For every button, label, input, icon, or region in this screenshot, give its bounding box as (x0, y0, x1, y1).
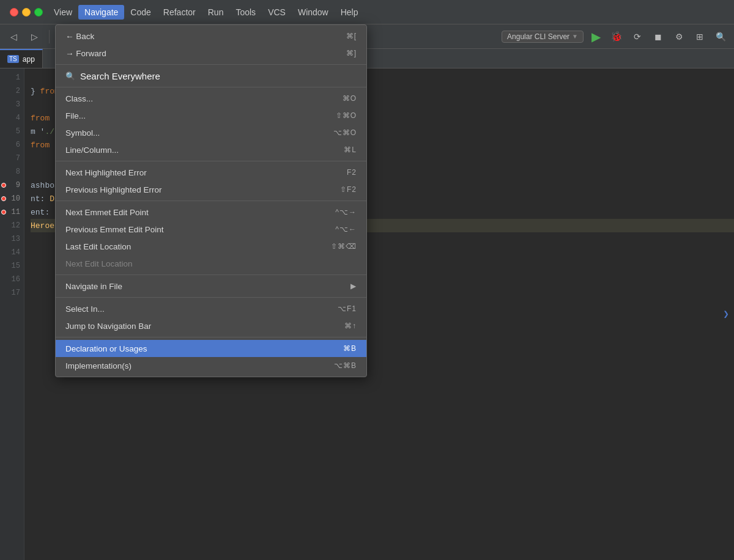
menu-item-window[interactable]: Window (292, 5, 335, 20)
menu-bar: ViewNavigateCodeRefactorRunToolsVCSWindo… (0, 0, 734, 24)
menu-item-label-last-edit: Last Edit Location (65, 242, 131, 251)
menu-item-shortcut-last-edit: ⇧⌘⌫ (331, 242, 357, 251)
menu-item-label-jump-nav: Jump to Navigation Bar (65, 322, 151, 331)
menu-item-select-in[interactable]: Select In...⌥F1 (56, 300, 366, 317)
menu-item-shortcut-jump-nav: ⌘↑ (344, 322, 357, 330)
menu-item-next-edit: Next Edit Location (56, 255, 366, 272)
menu-item-implementation[interactable]: Implementation(s)⌥⌘B (56, 357, 366, 374)
separator (49, 30, 50, 43)
line-num-8: 8 (0, 165, 24, 179)
stop-button[interactable]: ◼ (650, 28, 667, 45)
menu-item-jump-nav[interactable]: Jump to Navigation Bar⌘↑ (56, 317, 366, 334)
menu-item-next-emmet[interactable]: Next Emmet Edit Point^⌥→ (56, 204, 366, 221)
minimize-button[interactable] (22, 8, 31, 17)
menu-item-refactor[interactable]: Refactor (157, 5, 202, 20)
menu-item-label-declaration: Declaration or Usages (65, 344, 147, 353)
menu-item-label-symbol: Symbol... (65, 128, 100, 138)
menu-item-navigate-file[interactable]: Navigate in File▶ (56, 278, 366, 295)
menu-item-shortcut-line-column: ⌘L (344, 146, 357, 154)
line-num-5: 5 (0, 125, 24, 138)
menu-item-run[interactable]: Run (202, 5, 230, 20)
menu-item-help[interactable]: Help (335, 5, 365, 20)
menu-item-back[interactable]: ← Back⌘[ (56, 28, 366, 45)
debug-button[interactable]: 🐞 (608, 28, 625, 45)
menu-item-code[interactable]: Code (124, 5, 157, 20)
scroll-indicator: ❯ (723, 308, 729, 320)
run-config-selector[interactable]: Angular CLI Server ▼ (502, 31, 584, 43)
menu-item-shortcut-next-emmet: ^⌥→ (335, 208, 357, 216)
menu-item-label-back: ← Back (65, 32, 94, 41)
menu-item-view[interactable]: View (48, 5, 78, 20)
menu-section-3: Next Highlighted ErrorF2Previous Highlig… (56, 161, 366, 201)
menu-item-vcs[interactable]: VCS (262, 5, 292, 20)
back-btn[interactable]: ◁ (5, 28, 22, 45)
menu-item-declaration[interactable]: Declaration or Usages⌘B (56, 340, 366, 357)
menu-section-1: 🔍Search Everywhere (56, 65, 366, 87)
close-button[interactable] (10, 8, 18, 17)
error-dot (1, 183, 6, 188)
run-button[interactable]: ▶ (587, 28, 604, 45)
menu-item-label-select-in: Select In... (65, 304, 105, 314)
line-num-15: 15 (0, 259, 24, 273)
menu-section-6: Select In...⌥F1Jump to Navigation Bar⌘↑ (56, 298, 366, 337)
menu-item-shortcut-select-in: ⌥F1 (338, 304, 357, 313)
search-button[interactable]: 🔍 (712, 28, 729, 45)
menu-item-tools[interactable]: Tools (229, 5, 262, 20)
line-num-13: 13 (0, 232, 24, 246)
line-num-6: 6 (0, 138, 24, 152)
tab-icon-ts: TS (7, 55, 19, 63)
menu-item-shortcut-next-error: F2 (347, 168, 357, 177)
menu-item-navigate[interactable]: Navigate (78, 5, 124, 20)
line-num-10: 10 (0, 192, 24, 205)
menu-item-last-edit[interactable]: Last Edit Location⇧⌘⌫ (56, 238, 366, 255)
line-num-14: 14 (0, 246, 24, 259)
tab-app[interactable]: TS app (0, 49, 43, 68)
menu-item-label-next-emmet: Next Emmet Edit Point (65, 208, 149, 217)
line-num-4: 4 (0, 111, 24, 125)
coverage-button[interactable]: ⟳ (629, 28, 646, 45)
menu-item-shortcut-prev-error: ⇧F2 (340, 185, 357, 194)
menu-item-symbol[interactable]: Symbol...⌥⌘O (56, 124, 366, 141)
menu-item-label-class: Class... (65, 94, 93, 103)
menu-item-prev-error[interactable]: Previous Highlighted Error⇧F2 (56, 181, 366, 198)
menu-item-label-search-everywhere: 🔍Search Everywhere (65, 71, 160, 81)
forward-btn[interactable]: ▷ (26, 28, 43, 45)
menu-item-shortcut-navigate-file: ▶ (350, 282, 357, 290)
menu-item-file[interactable]: File...⇧⌘O (56, 107, 366, 124)
line-num-1: 1 (0, 71, 24, 84)
menu-section-2: Class...⌘OFile...⇧⌘OSymbol...⌥⌘OLine/Col… (56, 87, 366, 161)
menu-section-7: Declaration or Usages⌘BImplementation(s)… (56, 337, 366, 377)
menu-item-class[interactable]: Class...⌘O (56, 90, 366, 107)
menu-section-0: ← Back⌘[→ Forward⌘] (56, 25, 366, 65)
line-num-11: 11 (0, 205, 24, 219)
menu-item-line-column[interactable]: Line/Column...⌘L (56, 141, 366, 158)
menu-item-shortcut-forward: ⌘] (346, 49, 357, 57)
menu-section-4: Next Emmet Edit Point^⌥→Previous Emmet E… (56, 201, 366, 275)
menu-item-next-error[interactable]: Next Highlighted ErrorF2 (56, 164, 366, 181)
fullscreen-button[interactable]: ⊞ (691, 28, 708, 45)
navigate-menu[interactable]: ← Back⌘[→ Forward⌘]🔍Search EverywhereCla… (55, 24, 367, 377)
menu-item-label-file: File... (65, 111, 86, 120)
maximize-button[interactable] (34, 8, 43, 17)
tab-label-app: app (23, 55, 35, 64)
error-dot (1, 210, 6, 215)
error-dot (1, 196, 6, 201)
menu-item-label-next-edit: Next Edit Location (65, 259, 133, 268)
menu-item-shortcut-class: ⌘O (343, 94, 357, 103)
menu-item-search-everywhere[interactable]: 🔍Search Everywhere (56, 67, 366, 84)
line-num-16: 16 (0, 273, 24, 286)
menu-item-label-navigate-file: Navigate in File (65, 282, 122, 291)
menu-item-shortcut-file: ⇧⌘O (336, 111, 357, 120)
menu-item-label-next-error: Next Highlighted Error (65, 168, 147, 177)
menu-item-prev-emmet[interactable]: Previous Emmet Edit Point^⌥← (56, 221, 366, 238)
menu-item-shortcut-prev-emmet: ^⌥← (335, 225, 357, 234)
menu-item-label-implementation: Implementation(s) (65, 361, 132, 370)
menu-item-shortcut-back: ⌘[ (346, 32, 357, 40)
menu-item-forward[interactable]: → Forward⌘] (56, 45, 366, 62)
build-button[interactable]: ⚙ (670, 28, 688, 45)
menu-item-label-forward: → Forward (65, 49, 106, 58)
menu-item-label-prev-emmet: Previous Emmet Edit Point (65, 225, 164, 234)
line-num-7: 7 (0, 152, 24, 165)
line-num-3: 3 (0, 98, 24, 111)
search-icon: 🔍 (65, 72, 75, 81)
